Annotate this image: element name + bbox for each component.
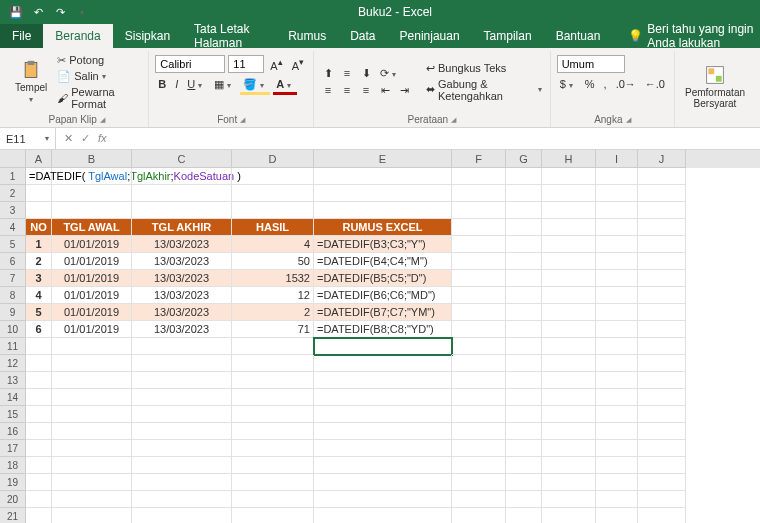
cell[interactable]	[596, 304, 638, 321]
cell[interactable]	[314, 457, 452, 474]
cell[interactable]	[452, 406, 506, 423]
cell[interactable]	[52, 202, 132, 219]
tab-beranda[interactable]: Beranda	[43, 24, 112, 48]
cell[interactable]: 01/01/2019	[52, 304, 132, 321]
cut-button[interactable]: ✂Potong	[55, 53, 142, 68]
tab-peninjauan[interactable]: Peninjauan	[388, 24, 472, 48]
cell[interactable]	[506, 202, 542, 219]
cell[interactable]	[638, 287, 686, 304]
cell[interactable]	[314, 202, 452, 219]
cell[interactable]	[132, 474, 232, 491]
cell[interactable]	[506, 168, 542, 185]
cell[interactable]: 6	[26, 321, 52, 338]
cell[interactable]	[506, 185, 542, 202]
cell[interactable]	[314, 168, 452, 185]
cell[interactable]	[26, 338, 52, 355]
col-header[interactable]: C	[132, 150, 232, 168]
cell[interactable]	[506, 236, 542, 253]
cell[interactable]	[452, 457, 506, 474]
cell[interactable]	[452, 491, 506, 508]
row-header[interactable]: 17	[0, 440, 26, 457]
cell[interactable]: =DATEDIF(B4;C4;"M")	[314, 253, 452, 270]
cell[interactable]	[596, 423, 638, 440]
cell[interactable]	[52, 423, 132, 440]
tab-bantuan[interactable]: Bantuan	[544, 24, 613, 48]
save-icon[interactable]: 💾	[8, 6, 24, 19]
row-header[interactable]: 7	[0, 270, 26, 287]
cell[interactable]: 12	[232, 287, 314, 304]
cell[interactable]	[314, 508, 452, 523]
cell[interactable]	[638, 253, 686, 270]
decrease-font-icon[interactable]: A▾	[289, 55, 307, 73]
cell[interactable]	[314, 491, 452, 508]
cell[interactable]: 2	[26, 253, 52, 270]
cell[interactable]: =DATEDIF(B3;C3;"Y")	[314, 236, 452, 253]
tab-data[interactable]: Data	[338, 24, 387, 48]
cell[interactable]	[596, 440, 638, 457]
cell[interactable]	[314, 185, 452, 202]
align-bottom-icon[interactable]: ⬇	[358, 66, 374, 81]
cell[interactable]: 13/03/2023	[132, 304, 232, 321]
cell[interactable]	[596, 457, 638, 474]
select-all-corner[interactable]	[0, 150, 26, 168]
comma-button[interactable]: ,	[601, 77, 610, 91]
cell[interactable]	[638, 304, 686, 321]
cell[interactable]: NO	[26, 219, 52, 236]
cell[interactable]	[638, 406, 686, 423]
cell[interactable]	[452, 355, 506, 372]
cell[interactable]	[26, 185, 52, 202]
cell[interactable]	[26, 372, 52, 389]
cell[interactable]	[132, 338, 232, 355]
name-box[interactable]: E11▾	[0, 128, 56, 149]
undo-icon[interactable]: ↶	[30, 6, 46, 19]
cell[interactable]	[506, 321, 542, 338]
cell[interactable]	[26, 474, 52, 491]
cell[interactable]	[506, 253, 542, 270]
row-header[interactable]: 21	[0, 508, 26, 523]
row-header[interactable]: 3	[0, 202, 26, 219]
cell[interactable]	[26, 491, 52, 508]
tab-tata-letak[interactable]: Tata Letak Halaman	[182, 24, 276, 48]
cell[interactable]	[638, 491, 686, 508]
cell[interactable]	[232, 423, 314, 440]
cell[interactable]	[452, 168, 506, 185]
cell[interactable]	[542, 185, 596, 202]
merge-center-button[interactable]: ⬌Gabung & Ketengahkan▾	[424, 77, 544, 103]
cell[interactable]	[596, 168, 638, 185]
row-header[interactable]: 14	[0, 389, 26, 406]
cell[interactable]: 5	[26, 304, 52, 321]
row-header[interactable]: 2	[0, 185, 26, 202]
cell[interactable]: 13/03/2023	[132, 253, 232, 270]
fx-icon[interactable]: fx	[98, 132, 107, 145]
cell[interactable]	[314, 474, 452, 491]
cell[interactable]: 01/01/2019	[52, 236, 132, 253]
cell[interactable]	[314, 372, 452, 389]
align-middle-icon[interactable]: ≡	[339, 66, 355, 81]
row-header[interactable]: 13	[0, 372, 26, 389]
italic-button[interactable]: I	[172, 77, 181, 95]
row-header[interactable]: 10	[0, 321, 26, 338]
cell[interactable]	[314, 423, 452, 440]
cell[interactable]: 1532	[232, 270, 314, 287]
cell[interactable]	[26, 355, 52, 372]
cell[interactable]	[132, 389, 232, 406]
cell[interactable]	[542, 270, 596, 287]
cell[interactable]	[52, 168, 132, 185]
cell[interactable]: HASIL	[232, 219, 314, 236]
row-header[interactable]: 9	[0, 304, 26, 321]
cell[interactable]	[638, 219, 686, 236]
cell[interactable]	[452, 185, 506, 202]
cell[interactable]	[596, 389, 638, 406]
cancel-formula-icon[interactable]: ✕	[64, 132, 73, 145]
row-header[interactable]: 5	[0, 236, 26, 253]
cell[interactable]	[638, 423, 686, 440]
font-name-select[interactable]	[155, 55, 225, 73]
number-format-select[interactable]	[557, 55, 625, 73]
cell[interactable]	[452, 440, 506, 457]
cell[interactable]	[638, 236, 686, 253]
cell[interactable]	[132, 491, 232, 508]
cell[interactable]	[542, 168, 596, 185]
cell[interactable]	[506, 474, 542, 491]
cell[interactable]	[132, 423, 232, 440]
cell[interactable]	[132, 457, 232, 474]
